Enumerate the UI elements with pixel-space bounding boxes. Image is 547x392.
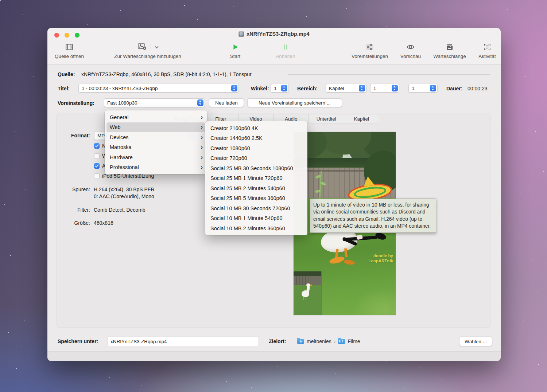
- save-new-preset-button[interactable]: Neue Voreinstellung speichern ...: [247, 98, 342, 107]
- tab-kapitel[interactable]: Kapitel: [344, 114, 379, 124]
- window-chrome: xNRfYnTZS3-ZRqbp.mp4 Quelle öffnen: [47, 28, 501, 64]
- size-value: 460x816: [94, 220, 113, 226]
- video-watermark: doodle by LeopARTnik: [362, 253, 393, 263]
- checkbox-checked-icon[interactable]: [94, 143, 100, 149]
- source-value: xNRfYnTZS3-ZRqbp, 460x816, 30 BpS, SDR (…: [81, 71, 252, 77]
- tracks-line1: H.264 (x264), 30 BpS PFR: [94, 187, 155, 192]
- menu-item-professional[interactable]: Professional ›: [105, 162, 207, 173]
- toolbar-open-source[interactable]: Quelle öffnen: [49, 41, 89, 64]
- duration-value: 00:00:23: [468, 86, 488, 91]
- preset-tooltip: Up to 1 minute of video in 10 MB or less…: [310, 199, 436, 233]
- filename-field[interactable]: xNRfYnTZS3-ZRqbp.mp4: [108, 337, 259, 346]
- tracks-line2: 0: AAC (CoreAudio), Mono: [94, 193, 154, 199]
- submenu-chevron-icon: ›: [201, 134, 203, 141]
- submenu-chevron-icon: ›: [201, 144, 203, 150]
- submenu-item[interactable]: Creator 1440p60 2.5K: [205, 133, 307, 144]
- submenu-chevron-icon: ›: [201, 114, 203, 121]
- title-popup[interactable]: 1 - 00:00:23 - xNRfYnTZS3-ZRqbp: [78, 84, 239, 93]
- destination-folder[interactable]: Filme: [348, 338, 360, 344]
- sliders-icon: [344, 41, 395, 53]
- range-to-popup[interactable]: 1: [408, 84, 438, 93]
- angle-popup[interactable]: 1: [271, 84, 289, 93]
- submenu-item[interactable]: Social 25 MB 5 Minutes 360p60: [205, 193, 307, 204]
- checkbox-unchecked-icon[interactable]: [94, 173, 100, 179]
- reload-preset-button[interactable]: Neu laden: [209, 98, 244, 107]
- destination-label: Zielort:: [269, 338, 286, 344]
- film-source-icon: [49, 41, 89, 53]
- toolbar-queue-label: Warteschlange: [428, 54, 472, 59]
- format-label: Format:: [69, 133, 90, 138]
- preset-popup[interactable]: Fast 1080p30: [104, 98, 205, 107]
- toolbar-start-label: Start: [221, 54, 250, 59]
- toolbar-activity-label: Aktivität: [469, 54, 505, 59]
- choose-destination-button[interactable]: Wählen ...: [459, 337, 492, 346]
- menu-item-hardware[interactable]: Hardware ›: [105, 152, 207, 162]
- toolbar-preview-label: Vorschau: [394, 54, 427, 59]
- range-label: Bereich:: [297, 86, 318, 91]
- pause-icon: [269, 41, 302, 53]
- title-label: Titel:: [58, 86, 70, 91]
- menu-item-web[interactable]: Web ›: [106, 122, 205, 133]
- add-to-queue-icon: [137, 42, 147, 52]
- submenu-chevron-icon: ›: [201, 154, 203, 161]
- source-divider: [288, 74, 490, 75]
- toolbar-add-to-queue-label: Zur Warteschlange hinzufügen: [106, 54, 190, 59]
- submenu-item[interactable]: Social 10 MB 2 Minutes 360p60: [205, 223, 307, 234]
- submenu-item[interactable]: Creator 720p60: [205, 153, 307, 164]
- popup-stepper-icon: [392, 85, 398, 91]
- toolbar-pause-label: Anhalten: [269, 54, 302, 59]
- menu-item-devices[interactable]: Devices ›: [105, 132, 207, 142]
- toolbar-start[interactable]: Start: [221, 41, 250, 64]
- photo-stack-icon: [428, 41, 472, 53]
- destination-folder[interactable]: meltoenies: [307, 338, 331, 344]
- tracks-label: Spuren:: [58, 187, 90, 192]
- checkbox-row[interactable]: A: [94, 163, 105, 169]
- angle-label: Winkel:: [251, 86, 269, 91]
- toolbar-add-to-queue[interactable]: Zur Warteschlange hinzufügen: [106, 41, 190, 64]
- source-label: Quelle:: [58, 71, 75, 77]
- checkbox-checked-icon[interactable]: [94, 163, 100, 169]
- filters-label: Filter:: [58, 207, 90, 213]
- menu-item-matroska[interactable]: Matroska ›: [105, 142, 207, 153]
- popup-stepper-icon: [197, 99, 203, 106]
- web-presets-submenu: Creator 2160p60 4K Creator 1440p60 2.5K …: [205, 121, 307, 235]
- submenu-item[interactable]: Creator 2160p60 4K: [205, 123, 307, 133]
- filters-value: Comb Detect, Decomb: [94, 207, 146, 213]
- popup-stepper-icon: [430, 85, 436, 91]
- checkbox-unchecked-icon[interactable]: [94, 153, 100, 159]
- range-dash: –: [401, 86, 407, 91]
- submenu-chevron-icon: ›: [201, 124, 203, 130]
- toolbar-preview[interactable]: Vorschau: [394, 41, 427, 64]
- toolbar-activity[interactable]: Aktivität: [469, 41, 505, 64]
- submenu-item[interactable]: Social 10 MB 1 Minute 540p60: [205, 213, 307, 224]
- submenu-chevron-icon: ›: [201, 164, 203, 170]
- toolbar-queue[interactable]: Warteschlange: [428, 41, 472, 64]
- submenu-item[interactable]: Social 25 MB 1 Minute 720p60: [205, 173, 307, 184]
- submenu-item[interactable]: Social 25 MB 30 Seconds 1080p60: [205, 163, 307, 173]
- toolbar-presets[interactable]: Voreinstellungen: [344, 41, 395, 64]
- preview-inset-clip: [294, 271, 321, 315]
- duration-label: Dauer:: [446, 86, 462, 91]
- window-title-area: xNRfYnTZS3-ZRqbp.mp4: [47, 31, 501, 37]
- popup-stepper-icon: [231, 85, 237, 91]
- play-icon: [221, 41, 250, 53]
- eye-icon: [394, 41, 427, 53]
- toolbar-open-source-label: Quelle öffnen: [49, 54, 89, 59]
- popup-stepper-icon: [281, 85, 287, 91]
- range-mode-popup[interactable]: Kapitel: [326, 84, 366, 93]
- submenu-item[interactable]: Social 10 MB 30 Seconds 720p60: [205, 203, 307, 213]
- chevron-down-icon[interactable]: [155, 44, 159, 50]
- activity-list-icon: [469, 41, 505, 53]
- path-separator: ›: [334, 338, 336, 344]
- destination-path: meltoenies › Filme: [297, 337, 360, 346]
- range-from-popup[interactable]: 1: [370, 84, 399, 93]
- menu-item-general[interactable]: General ›: [105, 112, 207, 122]
- popup-stepper-icon: [359, 85, 365, 91]
- submenu-item[interactable]: Creator 1080p60: [205, 143, 307, 153]
- movies-folder-icon: [338, 339, 345, 344]
- size-label: Größe:: [58, 220, 90, 226]
- save-as-label: Speichern unter:: [58, 338, 98, 344]
- tab-untertitel[interactable]: Untertitel: [309, 114, 344, 124]
- preset-label: Voreinstellung:: [58, 100, 94, 106]
- submenu-item[interactable]: Social 25 MB 2 Minutes 540p60: [205, 183, 307, 193]
